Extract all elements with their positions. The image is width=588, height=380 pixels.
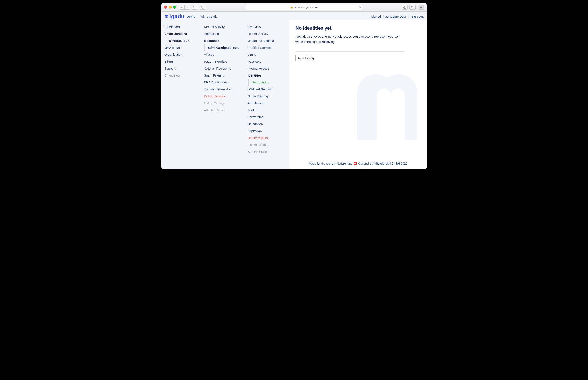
address-bar[interactable]: 🔒 admin.migadu.com ⟳ xyxy=(245,4,363,10)
page-footer: Made for the world in Switzerland Copyri… xyxy=(295,153,421,165)
share-button[interactable] xyxy=(402,5,408,10)
nav2-dns-config[interactable]: DNS Configuration xyxy=(204,79,244,86)
nav3-wildcard-sending[interactable]: Wildcard Sending xyxy=(247,86,287,93)
nav2-catchall[interactable]: Catchall Recipients xyxy=(204,65,244,72)
page: igadu Demo | Mini / yearly Signed in as … xyxy=(161,12,427,169)
account-status: Signed in as Demo User | Sign Out xyxy=(371,15,424,18)
close-window-button[interactable] xyxy=(164,6,167,9)
nav2-mailbox-sub: admin@migadu.guru xyxy=(204,44,244,51)
tabs-icon xyxy=(411,6,414,8)
chevron-right-icon xyxy=(186,6,188,8)
svg-rect-0 xyxy=(193,6,196,8)
nav3-identities[interactable]: Identities xyxy=(247,72,287,79)
nav-col-primary: Dashboard Email Domains @migadu.guru My … xyxy=(161,20,201,169)
nav-changelog[interactable]: Changelog xyxy=(164,72,200,79)
back-button[interactable] xyxy=(179,5,185,10)
nav3-enabled-services[interactable]: Enabled Services xyxy=(247,44,287,51)
footer-left: Made for the world in Switzerland xyxy=(309,162,352,165)
nav-support[interactable]: Support xyxy=(164,65,200,72)
nav-domain-sub: @migadu.guru xyxy=(165,37,200,44)
nav3-password[interactable]: Password xyxy=(247,58,287,65)
nav2-delete-domain[interactable]: Delete Domain... xyxy=(204,93,244,100)
reload-button[interactable]: ⟳ xyxy=(359,6,361,9)
intro-line-1: Identities serve as alternative addresse… xyxy=(295,35,405,38)
nav3-spam-filtering[interactable]: Spam Filtering xyxy=(247,93,287,100)
nav3-new-identity[interactable]: New Identity xyxy=(251,79,287,86)
minimize-window-button[interactable] xyxy=(168,6,171,9)
sidebar-icon xyxy=(193,6,196,8)
nav3-attached-notes[interactable]: Attached Notes xyxy=(247,148,287,155)
signed-in-label: Signed in as xyxy=(371,15,389,18)
nav3-forwarding[interactable]: Forwarding xyxy=(247,114,287,120)
new-identity-button[interactable]: New Identity xyxy=(295,55,317,61)
url-host: admin.migadu.com xyxy=(294,6,317,9)
sidebar-toggle-button[interactable] xyxy=(191,5,198,10)
nav3-internal-access[interactable]: Internal Access xyxy=(247,65,287,72)
nav3-auto-response[interactable]: Auto-Response xyxy=(247,100,287,107)
new-tab-button[interactable]: + xyxy=(419,5,424,10)
nav2-attached-notes[interactable]: Attached Notes xyxy=(204,107,244,114)
tabs-button[interactable] xyxy=(409,5,416,10)
nav2-transfer-ownership[interactable]: Transfer Ownership... xyxy=(204,86,244,93)
nav2-addresses[interactable]: Addresses xyxy=(204,30,244,37)
shield-icon xyxy=(201,6,204,9)
nav3-listing-settings[interactable]: Listing Settings xyxy=(247,141,287,148)
sign-out-link[interactable]: Sign Out xyxy=(411,15,424,18)
logo[interactable]: igadu xyxy=(164,14,185,19)
demo-label: Demo xyxy=(187,15,195,18)
nav2-recent-activity[interactable]: Recent Activity xyxy=(204,23,244,30)
nav-col-mailbox: Overview Recent Activity Usage Instructi… xyxy=(245,20,289,169)
workspace: Dashboard Email Domains @migadu.guru My … xyxy=(161,20,427,169)
nav3-limits[interactable]: Limits xyxy=(247,51,287,58)
nav3-delete-mailbox[interactable]: Delete Mailbox... xyxy=(247,134,287,141)
footer-right: Copyright © Migadu-Mail GmbH 2020 xyxy=(358,162,407,165)
nav3-identities-sub: New Identity xyxy=(248,79,287,86)
nav-organization[interactable]: Organization xyxy=(164,51,200,58)
intro-line-2: when sending and receiving. xyxy=(295,40,405,43)
nav2-pattern-rewrites[interactable]: Pattern Rewrites xyxy=(204,58,244,65)
lock-icon: 🔒 xyxy=(290,6,293,9)
nav3-delegation[interactable]: Delegation xyxy=(247,120,287,127)
watermark-icon xyxy=(347,62,427,150)
nav2-mailbox-current[interactable]: admin@migadu.guru xyxy=(208,44,244,51)
page-header: igadu Demo | Mini / yearly Signed in as … xyxy=(161,12,427,20)
divider xyxy=(295,52,405,52)
nav2-aliases[interactable]: Aliases xyxy=(204,51,244,58)
nav-billing[interactable]: Billing xyxy=(164,58,200,65)
current-user-link[interactable]: Demo User xyxy=(390,15,406,18)
logo-text: igadu xyxy=(169,14,185,19)
plan-indicator: Demo | Mini / yearly xyxy=(187,15,217,18)
nav-email-domains[interactable]: Email Domains xyxy=(164,30,200,37)
maximize-window-button[interactable] xyxy=(173,6,176,9)
chevron-left-icon xyxy=(181,6,183,8)
svg-rect-4 xyxy=(412,6,414,8)
nav-domain-current[interactable]: @migadu.guru xyxy=(168,37,200,44)
nav3-usage[interactable]: Usage Instructions xyxy=(247,37,287,44)
nav2-spam-filtering[interactable]: Spam Filtering xyxy=(204,72,244,79)
nav-my-account[interactable]: My Account xyxy=(164,44,200,51)
logo-icon xyxy=(164,14,169,19)
browser-toolbar: 🔒 admin.migadu.com ⟳ xyxy=(161,3,427,12)
nav3-footer[interactable]: Footer xyxy=(247,107,287,114)
nav-back-forward xyxy=(179,5,190,10)
swiss-flag-icon xyxy=(354,162,357,165)
plan-link[interactable]: Mini / yearly xyxy=(201,15,217,18)
nav3-recent-activity[interactable]: Recent Activity xyxy=(247,30,287,37)
nav-col-domain: Recent Activity Addresses Mailboxes admi… xyxy=(201,20,245,169)
nav2-mailboxes[interactable]: Mailboxes xyxy=(204,37,244,44)
nav-dashboard[interactable]: Dashboard xyxy=(164,23,200,30)
page-title: No identities yet. xyxy=(295,25,421,31)
privacy-report-button[interactable] xyxy=(200,5,206,10)
content-panel: No identities yet. Identities serve as a… xyxy=(289,20,427,169)
nav3-expiration[interactable]: Expiration xyxy=(247,127,287,134)
nav3-overview[interactable]: Overview xyxy=(247,23,287,30)
share-icon xyxy=(403,6,406,9)
browser-window: 🔒 admin.migadu.com ⟳ xyxy=(161,3,427,169)
window-controls xyxy=(164,6,176,9)
svg-rect-3 xyxy=(411,6,413,8)
forward-button[interactable] xyxy=(185,5,190,10)
nav2-listing-settings[interactable]: Listing Settings xyxy=(204,100,244,107)
